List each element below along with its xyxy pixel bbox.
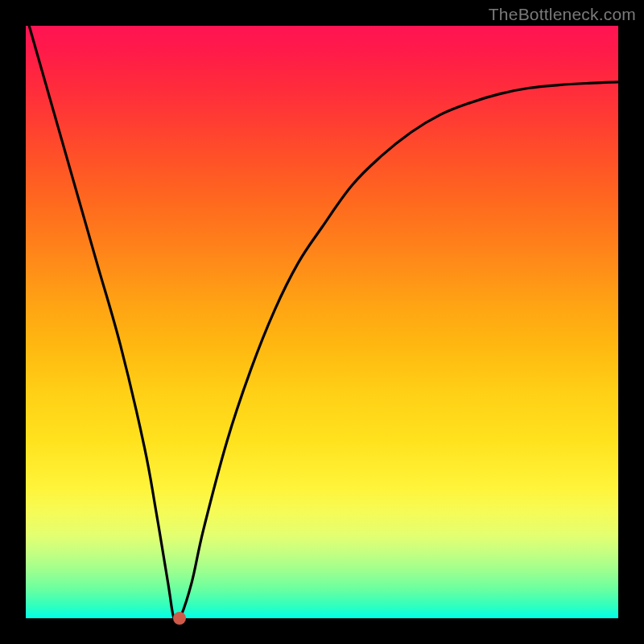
bottleneck-curve [26, 14, 618, 623]
curve-layer [26, 26, 618, 618]
black-frame: TheBottleneck.com [0, 0, 644, 644]
minimum-marker [173, 612, 186, 625]
attribution-text: TheBottleneck.com [489, 5, 636, 24]
